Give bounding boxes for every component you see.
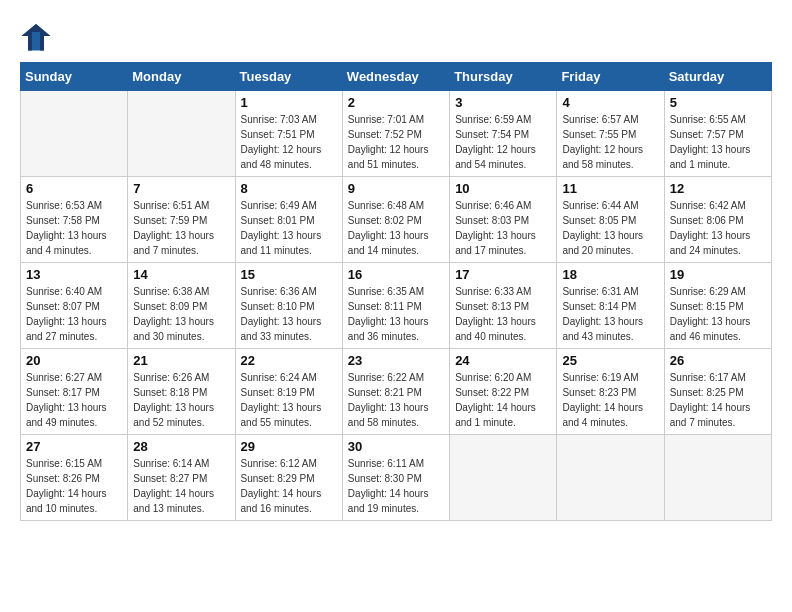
calendar-day-15: 15Sunrise: 6:36 AM Sunset: 8:10 PM Dayli… xyxy=(235,263,342,349)
day-info: Sunrise: 6:42 AM Sunset: 8:06 PM Dayligh… xyxy=(670,198,766,258)
day-number: 15 xyxy=(241,267,337,282)
calendar-day-empty xyxy=(557,435,664,521)
day-info: Sunrise: 6:24 AM Sunset: 8:19 PM Dayligh… xyxy=(241,370,337,430)
calendar-week-row: 6Sunrise: 6:53 AM Sunset: 7:58 PM Daylig… xyxy=(21,177,772,263)
day-number: 5 xyxy=(670,95,766,110)
calendar-day-7: 7Sunrise: 6:51 AM Sunset: 7:59 PM Daylig… xyxy=(128,177,235,263)
calendar-day-20: 20Sunrise: 6:27 AM Sunset: 8:17 PM Dayli… xyxy=(21,349,128,435)
calendar-header-thursday: Thursday xyxy=(450,63,557,91)
day-info: Sunrise: 6:33 AM Sunset: 8:13 PM Dayligh… xyxy=(455,284,551,344)
calendar-day-19: 19Sunrise: 6:29 AM Sunset: 8:15 PM Dayli… xyxy=(664,263,771,349)
calendar-day-14: 14Sunrise: 6:38 AM Sunset: 8:09 PM Dayli… xyxy=(128,263,235,349)
day-number: 17 xyxy=(455,267,551,282)
header xyxy=(20,20,772,52)
day-number: 28 xyxy=(133,439,229,454)
day-info: Sunrise: 6:40 AM Sunset: 8:07 PM Dayligh… xyxy=(26,284,122,344)
calendar-day-23: 23Sunrise: 6:22 AM Sunset: 8:21 PM Dayli… xyxy=(342,349,449,435)
day-number: 30 xyxy=(348,439,444,454)
day-number: 3 xyxy=(455,95,551,110)
day-number: 20 xyxy=(26,353,122,368)
calendar-day-29: 29Sunrise: 6:12 AM Sunset: 8:29 PM Dayli… xyxy=(235,435,342,521)
logo xyxy=(20,20,56,52)
day-number: 7 xyxy=(133,181,229,196)
calendar-day-3: 3Sunrise: 6:59 AM Sunset: 7:54 PM Daylig… xyxy=(450,91,557,177)
calendar-day-9: 9Sunrise: 6:48 AM Sunset: 8:02 PM Daylig… xyxy=(342,177,449,263)
day-number: 26 xyxy=(670,353,766,368)
calendar-day-1: 1Sunrise: 7:03 AM Sunset: 7:51 PM Daylig… xyxy=(235,91,342,177)
day-info: Sunrise: 6:38 AM Sunset: 8:09 PM Dayligh… xyxy=(133,284,229,344)
day-info: Sunrise: 6:31 AM Sunset: 8:14 PM Dayligh… xyxy=(562,284,658,344)
calendar-day-6: 6Sunrise: 6:53 AM Sunset: 7:58 PM Daylig… xyxy=(21,177,128,263)
day-number: 1 xyxy=(241,95,337,110)
calendar-day-24: 24Sunrise: 6:20 AM Sunset: 8:22 PM Dayli… xyxy=(450,349,557,435)
day-number: 23 xyxy=(348,353,444,368)
day-number: 14 xyxy=(133,267,229,282)
day-info: Sunrise: 6:14 AM Sunset: 8:27 PM Dayligh… xyxy=(133,456,229,516)
day-number: 19 xyxy=(670,267,766,282)
day-info: Sunrise: 6:59 AM Sunset: 7:54 PM Dayligh… xyxy=(455,112,551,172)
day-info: Sunrise: 6:49 AM Sunset: 8:01 PM Dayligh… xyxy=(241,198,337,258)
calendar-day-16: 16Sunrise: 6:35 AM Sunset: 8:11 PM Dayli… xyxy=(342,263,449,349)
calendar-week-row: 13Sunrise: 6:40 AM Sunset: 8:07 PM Dayli… xyxy=(21,263,772,349)
day-number: 6 xyxy=(26,181,122,196)
calendar-day-empty xyxy=(21,91,128,177)
day-info: Sunrise: 6:53 AM Sunset: 7:58 PM Dayligh… xyxy=(26,198,122,258)
calendar-day-21: 21Sunrise: 6:26 AM Sunset: 8:18 PM Dayli… xyxy=(128,349,235,435)
calendar-day-18: 18Sunrise: 6:31 AM Sunset: 8:14 PM Dayli… xyxy=(557,263,664,349)
calendar-header-tuesday: Tuesday xyxy=(235,63,342,91)
calendar-day-empty xyxy=(128,91,235,177)
calendar-header-friday: Friday xyxy=(557,63,664,91)
logo-icon xyxy=(20,20,52,52)
day-info: Sunrise: 7:03 AM Sunset: 7:51 PM Dayligh… xyxy=(241,112,337,172)
calendar-day-30: 30Sunrise: 6:11 AM Sunset: 8:30 PM Dayli… xyxy=(342,435,449,521)
day-info: Sunrise: 6:17 AM Sunset: 8:25 PM Dayligh… xyxy=(670,370,766,430)
calendar-week-row: 27Sunrise: 6:15 AM Sunset: 8:26 PM Dayli… xyxy=(21,435,772,521)
day-number: 12 xyxy=(670,181,766,196)
calendar-day-22: 22Sunrise: 6:24 AM Sunset: 8:19 PM Dayli… xyxy=(235,349,342,435)
calendar-day-12: 12Sunrise: 6:42 AM Sunset: 8:06 PM Dayli… xyxy=(664,177,771,263)
page: SundayMondayTuesdayWednesdayThursdayFrid… xyxy=(0,0,792,531)
day-info: Sunrise: 6:55 AM Sunset: 7:57 PM Dayligh… xyxy=(670,112,766,172)
day-info: Sunrise: 6:19 AM Sunset: 8:23 PM Dayligh… xyxy=(562,370,658,430)
day-info: Sunrise: 6:57 AM Sunset: 7:55 PM Dayligh… xyxy=(562,112,658,172)
calendar-day-4: 4Sunrise: 6:57 AM Sunset: 7:55 PM Daylig… xyxy=(557,91,664,177)
calendar-day-26: 26Sunrise: 6:17 AM Sunset: 8:25 PM Dayli… xyxy=(664,349,771,435)
day-info: Sunrise: 6:35 AM Sunset: 8:11 PM Dayligh… xyxy=(348,284,444,344)
calendar-day-empty xyxy=(450,435,557,521)
day-number: 22 xyxy=(241,353,337,368)
calendar-day-10: 10Sunrise: 6:46 AM Sunset: 8:03 PM Dayli… xyxy=(450,177,557,263)
day-number: 13 xyxy=(26,267,122,282)
day-info: Sunrise: 6:46 AM Sunset: 8:03 PM Dayligh… xyxy=(455,198,551,258)
calendar-header-row: SundayMondayTuesdayWednesdayThursdayFrid… xyxy=(21,63,772,91)
day-info: Sunrise: 7:01 AM Sunset: 7:52 PM Dayligh… xyxy=(348,112,444,172)
day-info: Sunrise: 6:48 AM Sunset: 8:02 PM Dayligh… xyxy=(348,198,444,258)
day-number: 10 xyxy=(455,181,551,196)
day-info: Sunrise: 6:51 AM Sunset: 7:59 PM Dayligh… xyxy=(133,198,229,258)
calendar-day-5: 5Sunrise: 6:55 AM Sunset: 7:57 PM Daylig… xyxy=(664,91,771,177)
calendar-day-25: 25Sunrise: 6:19 AM Sunset: 8:23 PM Dayli… xyxy=(557,349,664,435)
calendar-day-11: 11Sunrise: 6:44 AM Sunset: 8:05 PM Dayli… xyxy=(557,177,664,263)
day-number: 4 xyxy=(562,95,658,110)
calendar-header-monday: Monday xyxy=(128,63,235,91)
day-number: 24 xyxy=(455,353,551,368)
calendar: SundayMondayTuesdayWednesdayThursdayFrid… xyxy=(20,62,772,521)
calendar-week-row: 1Sunrise: 7:03 AM Sunset: 7:51 PM Daylig… xyxy=(21,91,772,177)
day-number: 9 xyxy=(348,181,444,196)
day-info: Sunrise: 6:44 AM Sunset: 8:05 PM Dayligh… xyxy=(562,198,658,258)
calendar-header-wednesday: Wednesday xyxy=(342,63,449,91)
day-info: Sunrise: 6:11 AM Sunset: 8:30 PM Dayligh… xyxy=(348,456,444,516)
day-info: Sunrise: 6:15 AM Sunset: 8:26 PM Dayligh… xyxy=(26,456,122,516)
calendar-day-2: 2Sunrise: 7:01 AM Sunset: 7:52 PM Daylig… xyxy=(342,91,449,177)
day-info: Sunrise: 6:12 AM Sunset: 8:29 PM Dayligh… xyxy=(241,456,337,516)
day-number: 27 xyxy=(26,439,122,454)
day-info: Sunrise: 6:29 AM Sunset: 8:15 PM Dayligh… xyxy=(670,284,766,344)
calendar-day-27: 27Sunrise: 6:15 AM Sunset: 8:26 PM Dayli… xyxy=(21,435,128,521)
day-number: 11 xyxy=(562,181,658,196)
day-number: 25 xyxy=(562,353,658,368)
calendar-day-13: 13Sunrise: 6:40 AM Sunset: 8:07 PM Dayli… xyxy=(21,263,128,349)
day-info: Sunrise: 6:26 AM Sunset: 8:18 PM Dayligh… xyxy=(133,370,229,430)
day-info: Sunrise: 6:27 AM Sunset: 8:17 PM Dayligh… xyxy=(26,370,122,430)
day-number: 29 xyxy=(241,439,337,454)
day-number: 21 xyxy=(133,353,229,368)
calendar-day-17: 17Sunrise: 6:33 AM Sunset: 8:13 PM Dayli… xyxy=(450,263,557,349)
